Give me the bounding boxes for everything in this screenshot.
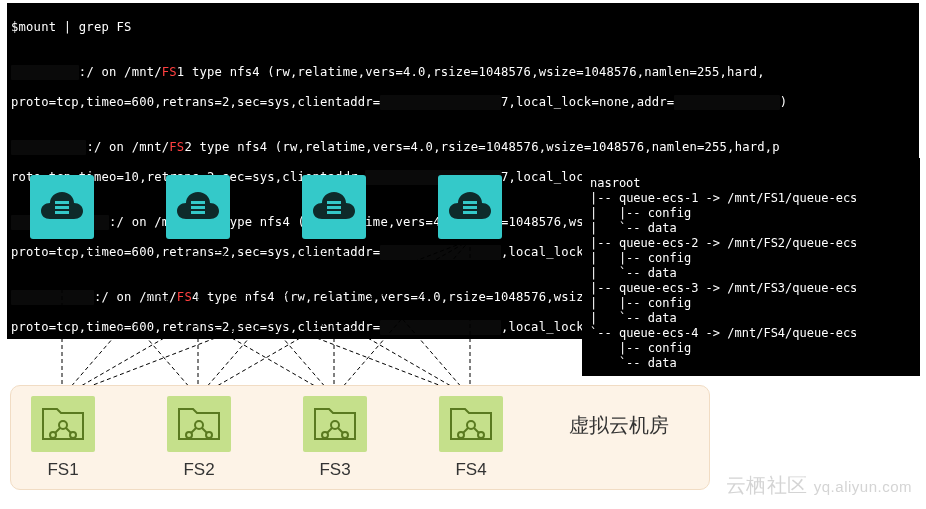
svg-rect-18 bbox=[55, 211, 69, 214]
svg-line-46 bbox=[463, 428, 468, 433]
redacted-ip bbox=[380, 95, 501, 110]
svg-line-41 bbox=[327, 428, 332, 433]
svg-line-4 bbox=[62, 240, 198, 397]
fs-node: FS2 bbox=[167, 396, 231, 480]
tree-root: nasroot bbox=[590, 176, 641, 190]
watermark-url: yq.aliyun.com bbox=[814, 478, 912, 495]
svg-rect-21 bbox=[191, 211, 205, 214]
fs-node: FS4 bbox=[439, 396, 503, 480]
cloud-server-icon bbox=[438, 175, 502, 239]
svg-rect-22 bbox=[327, 201, 341, 204]
tree-line: |-- bbox=[590, 191, 619, 205]
cloud-server-icon bbox=[302, 175, 366, 239]
svg-rect-25 bbox=[463, 201, 477, 204]
svg-line-36 bbox=[191, 428, 196, 433]
svg-point-33 bbox=[195, 421, 203, 429]
shared-folder-icon bbox=[439, 396, 503, 452]
cloud-node-row bbox=[30, 175, 570, 239]
svg-line-47 bbox=[474, 428, 479, 433]
svg-line-6 bbox=[198, 240, 334, 397]
svg-line-9 bbox=[198, 240, 334, 397]
svg-point-28 bbox=[59, 421, 67, 429]
cloud-server-icon bbox=[30, 175, 94, 239]
svg-line-32 bbox=[66, 428, 71, 433]
fs-label: FS3 bbox=[319, 460, 350, 480]
svg-line-37 bbox=[202, 428, 207, 433]
svg-rect-26 bbox=[463, 206, 477, 209]
virtual-cloud-room-box: FS1 FS2 FS3 FS4 虚拟云机房 bbox=[10, 385, 710, 490]
svg-rect-23 bbox=[327, 206, 341, 209]
terminal-tree-output: nasroot |-- queue-ecs-1 -> /mnt/FS1/queu… bbox=[582, 158, 920, 376]
fs-label: FS1 bbox=[47, 460, 78, 480]
svg-line-42 bbox=[338, 428, 343, 433]
svg-rect-24 bbox=[327, 211, 341, 214]
fs-row: FS1 FS2 FS3 FS4 bbox=[31, 396, 503, 480]
cloud-server-icon bbox=[166, 175, 230, 239]
box-title: 虚拟云机房 bbox=[569, 412, 669, 439]
svg-line-31 bbox=[55, 428, 60, 433]
watermark-text: 云栖社区 bbox=[726, 474, 808, 496]
redacted-host bbox=[11, 65, 79, 80]
svg-line-11 bbox=[334, 240, 470, 397]
shell-prompt: $mount | grep FS bbox=[11, 20, 132, 34]
svg-line-14 bbox=[334, 240, 470, 397]
svg-point-38 bbox=[331, 421, 339, 429]
watermark: 云栖社区 yq.aliyun.com bbox=[726, 472, 912, 499]
redacted-host bbox=[11, 140, 86, 155]
fs-node: FS1 bbox=[31, 396, 95, 480]
redacted-ip bbox=[674, 95, 780, 110]
svg-rect-27 bbox=[463, 211, 477, 214]
svg-line-2 bbox=[62, 240, 334, 397]
shared-folder-icon bbox=[303, 396, 367, 452]
fs1-highlight: FS bbox=[162, 65, 177, 79]
svg-line-13 bbox=[198, 240, 470, 397]
shared-folder-icon bbox=[167, 396, 231, 452]
architecture-diagram: FS1 FS2 FS3 FS4 虚拟云机房 bbox=[0, 155, 580, 505]
svg-line-1 bbox=[62, 240, 198, 397]
svg-point-43 bbox=[467, 421, 475, 429]
fs-label: FS4 bbox=[455, 460, 486, 480]
svg-rect-17 bbox=[55, 206, 69, 209]
shared-folder-icon bbox=[31, 396, 95, 452]
fs-node: FS3 bbox=[303, 396, 367, 480]
fs-label: FS2 bbox=[183, 460, 214, 480]
svg-line-8 bbox=[62, 240, 334, 397]
svg-rect-19 bbox=[191, 201, 205, 204]
svg-line-3 bbox=[62, 240, 470, 397]
svg-rect-20 bbox=[191, 206, 205, 209]
svg-line-12 bbox=[62, 240, 470, 397]
svg-rect-16 bbox=[55, 201, 69, 204]
svg-line-7 bbox=[198, 240, 470, 397]
fs2-highlight: FS bbox=[169, 140, 184, 154]
